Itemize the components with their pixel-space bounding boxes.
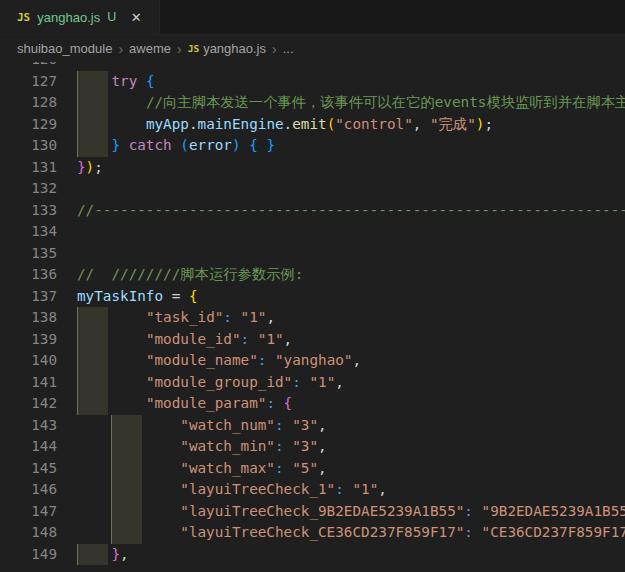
close-icon[interactable]: ✕	[127, 8, 145, 26]
line-number[interactable]: 127	[0, 71, 57, 93]
line-number[interactable]: 132	[0, 178, 57, 200]
line-number[interactable]: 138	[0, 307, 57, 329]
code-text: //向主脚本发送一个事件，该事件可以在它的events模块监听到并在脚本主	[57, 92, 625, 114]
line-number[interactable]: 149	[0, 544, 57, 566]
code-line-134[interactable]: 134	[0, 221, 625, 243]
breadcrumb-item-shuibao-module[interactable]: shuibao_module	[17, 41, 112, 56]
tab-yanghao-js[interactable]: JS yanghao.js U ✕	[0, 0, 160, 34]
code-lines: 126127 try {128 //向主脚本发送一个事件，该事件可以在它的eve…	[0, 62, 625, 565]
code-text: myApp.mainEngine.emit("control", "完成");	[57, 114, 625, 136]
code-editor[interactable]: 126127 try {128 //向主脚本发送一个事件，该事件可以在它的eve…	[0, 62, 625, 572]
code-line-136[interactable]: 136// ////////脚本运行参数示例:	[0, 264, 625, 286]
code-text: "module_id": "1",	[57, 329, 625, 351]
line-number[interactable]: 129	[0, 114, 57, 136]
line-number[interactable]: 145	[0, 458, 57, 480]
code-text	[57, 178, 625, 200]
line-number[interactable]: 142	[0, 393, 57, 415]
code-line-143[interactable]: 143 "watch_num": "3",	[0, 415, 625, 437]
code-text: } catch (error) { }	[57, 135, 625, 157]
code-text	[57, 221, 625, 243]
code-line-139[interactable]: 139 "module_id": "1",	[0, 329, 625, 351]
code-line-149[interactable]: 149 },	[0, 544, 625, 566]
code-text: try {	[57, 71, 625, 93]
code-line-142[interactable]: 142 "module_param": {	[0, 393, 625, 415]
code-line-148[interactable]: 148 "layuiTreeCheck_CE36CD237F859F17": "…	[0, 522, 625, 544]
line-number[interactable]: 133	[0, 200, 57, 222]
code-text: "module_param": {	[57, 393, 625, 415]
code-line-132[interactable]: 132	[0, 178, 625, 200]
code-line-128[interactable]: 128 //向主脚本发送一个事件，该事件可以在它的events模块监听到并在脚本…	[0, 92, 625, 114]
code-text: "task_id": "1",	[57, 307, 625, 329]
code-line-138[interactable]: 138 "task_id": "1",	[0, 307, 625, 329]
code-line-129[interactable]: 129 myApp.mainEngine.emit("control", "完成…	[0, 114, 625, 136]
line-number[interactable]: 148	[0, 522, 57, 544]
code-line-141[interactable]: 141 "module_group_id": "1",	[0, 372, 625, 394]
js-file-icon: JS	[17, 11, 30, 24]
code-line-126[interactable]: 126	[0, 62, 625, 71]
code-line-133[interactable]: 133//-----------------------------------…	[0, 200, 625, 222]
line-number[interactable]: 140	[0, 350, 57, 372]
code-text: // ////////脚本运行参数示例:	[57, 264, 625, 286]
code-line-130[interactable]: 130 } catch (error) { }	[0, 135, 625, 157]
code-line-131[interactable]: 131});	[0, 157, 625, 179]
code-text: "layuiTreeCheck_CE36CD237F859F17": "CE36…	[57, 522, 625, 544]
code-text	[57, 243, 625, 265]
chevron-right-icon: ›	[117, 41, 124, 57]
line-number[interactable]: 146	[0, 479, 57, 501]
line-number[interactable]: 137	[0, 286, 57, 308]
code-text: "watch_max": "5",	[57, 458, 625, 480]
code-text: "layuiTreeCheck_9B2EDAE5239A1B55": "9B2E…	[57, 501, 625, 523]
code-text: "layuiTreeCheck_1": "1",	[57, 479, 625, 501]
code-text: myTaskInfo = {	[57, 286, 625, 308]
line-number[interactable]: 144	[0, 436, 57, 458]
git-status-badge: U	[107, 10, 116, 24]
line-number[interactable]: 143	[0, 415, 57, 437]
line-number[interactable]: 134	[0, 221, 57, 243]
js-file-icon: JS	[188, 43, 199, 54]
code-text	[57, 62, 625, 71]
code-text: "module_group_id": "1",	[57, 372, 625, 394]
code-text: //--------------------------------------…	[57, 200, 625, 222]
line-number[interactable]: 126	[0, 62, 57, 71]
tab-filename: yanghao.js	[37, 10, 100, 25]
code-line-127[interactable]: 127 try {	[0, 71, 625, 93]
line-number[interactable]: 130	[0, 135, 57, 157]
line-number[interactable]: 131	[0, 157, 57, 179]
line-number[interactable]: 147	[0, 501, 57, 523]
code-line-147[interactable]: 147 "layuiTreeCheck_9B2EDAE5239A1B55": "…	[0, 501, 625, 523]
code-text: },	[57, 544, 625, 566]
breadcrumb: shuibao_module › aweme › JS yanghao.js ›…	[0, 35, 625, 62]
code-line-135[interactable]: 135	[0, 243, 625, 265]
code-text: });	[57, 157, 625, 179]
code-line-144[interactable]: 144 "watch_min": "3",	[0, 436, 625, 458]
code-line-137[interactable]: 137myTaskInfo = {	[0, 286, 625, 308]
chevron-right-icon: ›	[176, 41, 183, 57]
code-line-140[interactable]: 140 "module_name": "yanghao",	[0, 350, 625, 372]
code-line-145[interactable]: 145 "watch_max": "5",	[0, 458, 625, 480]
line-number[interactable]: 128	[0, 92, 57, 114]
code-text: "module_name": "yanghao",	[57, 350, 625, 372]
breadcrumb-item-yanghao-js[interactable]: yanghao.js	[203, 41, 266, 56]
breadcrumb-item-aweme[interactable]: aweme	[129, 41, 171, 56]
line-number[interactable]: 139	[0, 329, 57, 351]
line-number[interactable]: 141	[0, 372, 57, 394]
chevron-right-icon: ›	[271, 41, 278, 57]
tab-bar: JS yanghao.js U ✕	[0, 0, 625, 35]
breadcrumb-item-symbol-ellipsis[interactable]: ...	[283, 41, 294, 56]
code-text: "watch_num": "3",	[57, 415, 625, 437]
code-text: "watch_min": "3",	[57, 436, 625, 458]
code-line-146[interactable]: 146 "layuiTreeCheck_1": "1",	[0, 479, 625, 501]
line-number[interactable]: 135	[0, 243, 57, 265]
line-number[interactable]: 136	[0, 264, 57, 286]
